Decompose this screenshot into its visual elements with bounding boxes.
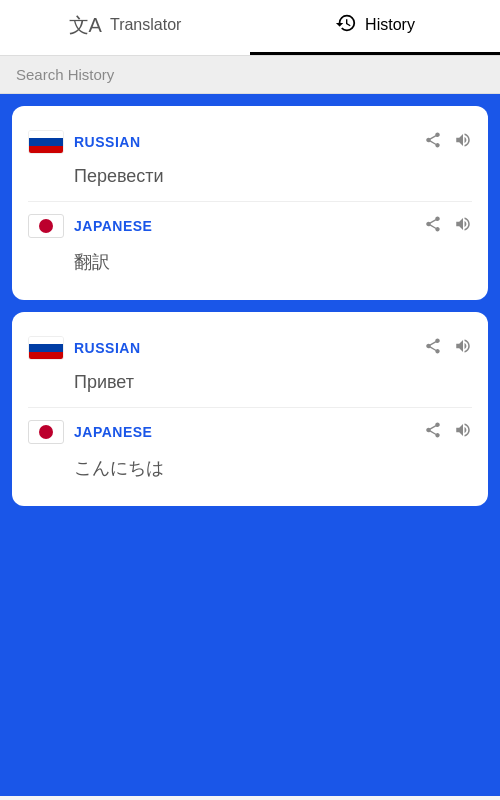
history-content: RUSSIAN Перевести JAPANESE 翻訳 [0, 94, 500, 796]
lang-name-russian-1: RUSSIAN [74, 134, 141, 150]
action-icons-russian-2 [424, 337, 472, 360]
flag-japan-1 [28, 214, 64, 238]
lang-row-russian-1: RUSSIAN [28, 122, 472, 162]
search-history-bar[interactable]: Search History [0, 56, 500, 94]
translation-text-japanese-1: 翻訳 [28, 246, 472, 284]
flag-stripe-blue-2 [29, 344, 63, 351]
sound-icon-japanese-1[interactable] [454, 215, 472, 238]
translation-card-2: RUSSIAN Привет JAPANESE こんにちは [12, 312, 488, 506]
action-icons-russian-1 [424, 131, 472, 154]
tab-translator-label: Translator [110, 16, 181, 34]
lang-left-japanese-2: JAPANESE [28, 420, 152, 444]
sound-icon-russian-1[interactable] [454, 131, 472, 154]
lang-left-japanese-1: JAPANESE [28, 214, 152, 238]
translation-text-russian-1: Перевести [28, 162, 472, 197]
translation-text-japanese-2: こんにちは [28, 452, 472, 490]
translation-text-russian-2: Привет [28, 368, 472, 403]
share-icon-japanese-2[interactable] [424, 421, 442, 444]
history-icon [335, 12, 357, 39]
flag-japan-circle-2 [39, 425, 53, 439]
tab-history-label: History [365, 16, 415, 34]
search-placeholder: Search History [16, 66, 114, 83]
tab-bar: 文A Translator History [0, 0, 500, 56]
share-icon-japanese-1[interactable] [424, 215, 442, 238]
card-divider-2 [28, 407, 472, 408]
sound-icon-russian-2[interactable] [454, 337, 472, 360]
flag-stripe-white-2 [29, 337, 63, 344]
flag-japan-2 [28, 420, 64, 444]
translate-icon: 文A [69, 12, 102, 39]
lang-row-japanese-1: JAPANESE [28, 206, 472, 246]
translation-card-1: RUSSIAN Перевести JAPANESE 翻訳 [12, 106, 488, 300]
tab-translator[interactable]: 文A Translator [0, 0, 250, 55]
card-divider-1 [28, 201, 472, 202]
lang-row-japanese-2: JAPANESE [28, 412, 472, 452]
flag-stripe-white [29, 131, 63, 138]
share-icon-russian-1[interactable] [424, 131, 442, 154]
sound-icon-japanese-2[interactable] [454, 421, 472, 444]
tab-history[interactable]: History [250, 0, 500, 55]
flag-stripe-blue [29, 138, 63, 145]
flag-russia-1 [28, 130, 64, 154]
lang-left-russian-2: RUSSIAN [28, 336, 141, 360]
lang-left-russian-1: RUSSIAN [28, 130, 141, 154]
lang-row-russian-2: RUSSIAN [28, 328, 472, 368]
lang-name-japanese-2: JAPANESE [74, 424, 152, 440]
action-icons-japanese-2 [424, 421, 472, 444]
lang-name-russian-2: RUSSIAN [74, 340, 141, 356]
flag-japan-circle [39, 219, 53, 233]
flag-stripe-red-2 [29, 352, 63, 359]
action-icons-japanese-1 [424, 215, 472, 238]
flag-stripe-red [29, 146, 63, 153]
share-icon-russian-2[interactable] [424, 337, 442, 360]
flag-russia-2 [28, 336, 64, 360]
lang-name-japanese-1: JAPANESE [74, 218, 152, 234]
